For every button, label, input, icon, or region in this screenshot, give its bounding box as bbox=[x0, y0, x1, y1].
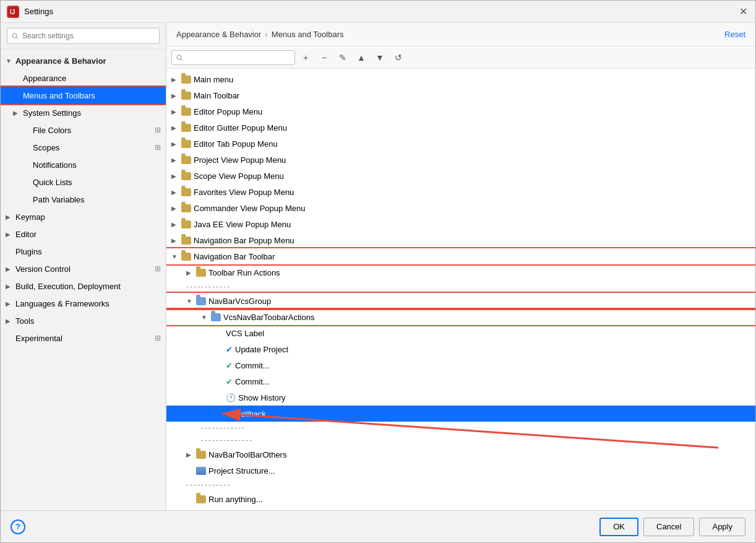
expand-icon: ▶ bbox=[171, 157, 181, 163]
check-icon: ✔ bbox=[226, 345, 233, 354]
tree-item-project-structure[interactable]: Project Structure... bbox=[166, 463, 755, 479]
footer: ? OK Cancel Apply bbox=[1, 510, 755, 542]
expand-icon: ▶ bbox=[186, 269, 196, 276]
sidebar-item-tools[interactable]: ▶ Tools bbox=[1, 312, 166, 329]
expand-icon: ▶ bbox=[171, 237, 181, 244]
tree-item-editor-tab[interactable]: ▶ Editor Tab Popup Menu bbox=[166, 136, 755, 152]
expand-icon: ▶ bbox=[13, 110, 22, 116]
clock-icon: 🕐 bbox=[226, 393, 236, 402]
tree-item-toolbar-run[interactable]: ▶ Toolbar Run Actions bbox=[166, 264, 755, 280]
sidebar-search-input[interactable] bbox=[7, 28, 160, 44]
tree-item-nav-toolbar[interactable]: ▼ Navigation Bar Toolbar bbox=[166, 248, 755, 264]
item-label: Project View Popup Menu bbox=[194, 155, 286, 165]
sidebar-item-build[interactable]: ▶ Build, Execution, Deployment bbox=[1, 277, 166, 295]
tree-item-show-history[interactable]: 🕐 Show History bbox=[166, 389, 755, 406]
sidebar-item-editor[interactable]: ▶ Editor bbox=[1, 225, 166, 243]
item-label: Navigation Bar Toolbar bbox=[194, 252, 275, 261]
sidebar-item-version-control[interactable]: ▶ Version Control ⊞ bbox=[1, 260, 166, 277]
sidebar-item-appearance-behavior[interactable]: ▼ Appearance & Behavior bbox=[1, 52, 166, 69]
sidebar-item-label: Build, Execution, Deployment bbox=[15, 282, 121, 291]
help-button[interactable]: ? bbox=[11, 519, 25, 534]
tree-item-rollback[interactable]: ↩ Rollback bbox=[166, 406, 755, 422]
tree-item-scope-view[interactable]: ▶ Scope View Popup Menu bbox=[166, 168, 755, 184]
sidebar-item-file-colors[interactable]: File Colors ⊞ bbox=[1, 121, 166, 139]
separator-label: ------------ bbox=[186, 480, 231, 489]
tree-item-vcs-navbar[interactable]: ▼ VcsNavBarToobarActions bbox=[166, 309, 755, 325]
tree-item-commander[interactable]: ▶ Commander View Popup Menu bbox=[166, 200, 755, 216]
tree-item-nav-popup[interactable]: ▶ Navigation Bar Popup Menu bbox=[166, 232, 755, 248]
toolbar-search-input[interactable] bbox=[171, 50, 295, 65]
item-label: Commit... bbox=[235, 377, 270, 386]
sidebar-item-label: Keymap bbox=[15, 212, 45, 222]
tree-item-commit-2[interactable]: ✔ Commit... bbox=[166, 373, 755, 389]
folder-icon bbox=[181, 253, 191, 261]
tree-item-main-toolbar[interactable]: ▶ Main Toolbar bbox=[166, 87, 755, 103]
tree-container: ▶ Main menu ▶ Main Toolbar ▶ Editor bbox=[166, 69, 755, 510]
file-colors-icon: ⊞ bbox=[155, 126, 161, 134]
sidebar-item-label: File Colors bbox=[33, 126, 71, 135]
sidebar-item-label: Scopes bbox=[33, 143, 59, 152]
expand-icon: ▶ bbox=[171, 124, 181, 131]
apply-button[interactable]: Apply bbox=[699, 518, 745, 536]
move-up-button[interactable]: ▲ bbox=[353, 50, 369, 65]
breadcrumb: Appearance & Behavior › Menus and Toolba… bbox=[176, 30, 344, 39]
sidebar-item-quick-lists[interactable]: Quick Lists bbox=[1, 173, 166, 191]
item-label: Scope View Popup Menu bbox=[194, 172, 284, 181]
add-button[interactable]: + bbox=[298, 50, 314, 65]
breadcrumb-current: Menus and Toolbars bbox=[272, 30, 344, 39]
tree-item-editor-gutter[interactable]: ▶ Editor Gutter Popup Menu bbox=[166, 119, 755, 136]
folder-icon bbox=[196, 297, 206, 305]
item-label: Rollback bbox=[235, 409, 266, 419]
edit-button[interactable]: ✎ bbox=[335, 50, 351, 65]
move-down-button[interactable]: ▼ bbox=[372, 50, 388, 65]
reset-icon-button[interactable]: ↺ bbox=[390, 50, 406, 65]
sidebar-item-plugins[interactable]: Plugins bbox=[1, 243, 166, 260]
tree-item-editor-popup[interactable]: ▶ Editor Popup Menu bbox=[166, 103, 755, 119]
separator-label: ------------ bbox=[201, 424, 246, 432]
check-icon: ✔ bbox=[226, 377, 233, 386]
tree-item-update-project[interactable]: ✔ Update Project bbox=[166, 341, 755, 357]
expand-icon: ▶ bbox=[171, 76, 181, 83]
ok-button[interactable]: OK bbox=[599, 518, 638, 536]
sidebar-item-label: Plugins bbox=[15, 247, 42, 256]
expand-icon: ▶ bbox=[171, 108, 181, 115]
sidebar-item-notifications[interactable]: Notifications bbox=[1, 156, 166, 173]
sidebar-item-menus-toolbars[interactable]: Menus and Toolbars bbox=[1, 87, 166, 104]
tree-item-navbar-others[interactable]: ▶ NavBarToolBarOthers bbox=[166, 446, 755, 463]
remove-button[interactable]: − bbox=[316, 50, 332, 65]
sidebar-item-experimental[interactable]: Experimental ⊞ bbox=[1, 329, 166, 347]
sidebar-item-languages[interactable]: ▶ Languages & Frameworks bbox=[1, 295, 166, 312]
expand-icon: ▶ bbox=[171, 92, 181, 99]
reset-button[interactable]: Reset bbox=[724, 30, 745, 39]
folder-icon bbox=[181, 204, 191, 212]
sidebar-item-appearance[interactable]: Appearance bbox=[1, 69, 166, 87]
folder-icon bbox=[181, 172, 191, 180]
separator-1: ------------ bbox=[166, 280, 755, 293]
breadcrumb-bar: Appearance & Behavior › Menus and Toolba… bbox=[166, 23, 755, 46]
sidebar-item-path-variables[interactable]: Path Variables bbox=[1, 191, 166, 208]
tree-item-navbar-vcs[interactable]: ▼ NavBarVcsGroup bbox=[166, 293, 755, 309]
sidebar-item-scopes[interactable]: Scopes ⊞ bbox=[1, 139, 166, 156]
tree-item-run-anything[interactable]: Run anything... bbox=[166, 491, 755, 507]
item-label: Editor Popup Menu bbox=[194, 107, 262, 116]
cancel-button[interactable]: Cancel bbox=[643, 518, 694, 536]
tree-item-main-menu[interactable]: ▶ Main menu bbox=[166, 71, 755, 87]
tree-item-vcs-label[interactable]: VCS Label bbox=[166, 325, 755, 341]
separator-3: -------------- bbox=[166, 434, 755, 446]
expand-icon: ▶ bbox=[6, 283, 14, 290]
tree-item-favorites[interactable]: ▶ Favorites View Popup Menu bbox=[166, 184, 755, 200]
item-label: Project Structure... bbox=[208, 466, 275, 476]
tree-item-commit-1[interactable]: ✔ Commit... bbox=[166, 357, 755, 373]
sidebar-item-label: System Settings bbox=[23, 108, 81, 118]
item-label: Main Toolbar bbox=[194, 91, 239, 100]
sidebar-item-system-settings[interactable]: ▶ System Settings bbox=[1, 104, 166, 121]
sidebar-item-label: Editor bbox=[15, 230, 37, 239]
close-button[interactable]: ✕ bbox=[737, 6, 749, 18]
tree-item-project-view[interactable]: ▶ Project View Popup Menu bbox=[166, 152, 755, 168]
tree-item-java-ee[interactable]: ▶ Java EE View Popup Menu bbox=[166, 216, 755, 232]
folder-icon bbox=[181, 188, 191, 196]
item-label: VcsNavBarToobarActions bbox=[223, 313, 314, 322]
sidebar-item-keymap[interactable]: ▶ Keymap bbox=[1, 208, 166, 225]
expand-icon: ▼ bbox=[171, 253, 181, 260]
item-label: Update Project bbox=[235, 345, 288, 354]
